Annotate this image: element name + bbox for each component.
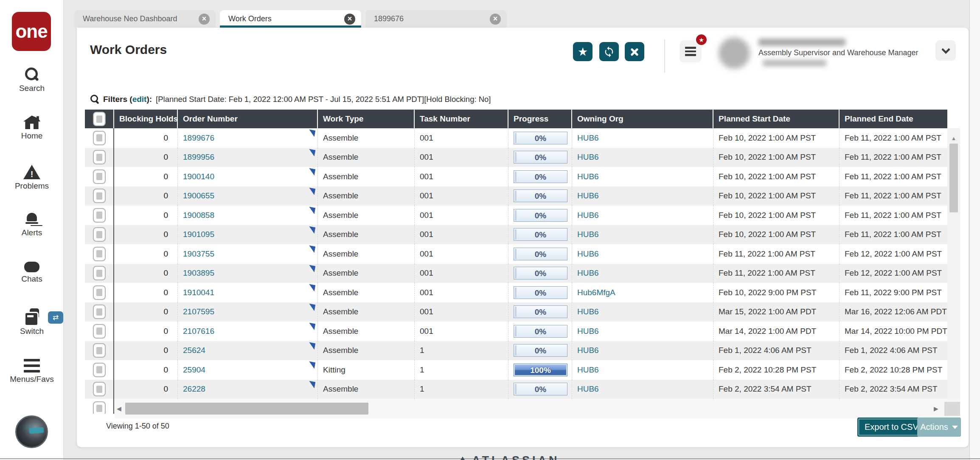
scroll-left-arrow-icon[interactable]: ◀: [117, 399, 121, 418]
owning-org-link[interactable]: HUB6: [577, 152, 599, 162]
user-menu-button[interactable]: [935, 40, 956, 61]
owning-org-link[interactable]: HUB6: [577, 172, 599, 181]
row-checkbox[interactable]: [85, 128, 114, 148]
order-number-link[interactable]: 1903755: [183, 249, 214, 259]
row-checkbox[interactable]: [85, 283, 114, 302]
column-header[interactable]: Task Number: [415, 110, 508, 128]
row-checkbox[interactable]: [85, 322, 114, 341]
order-number-link[interactable]: 25624: [183, 346, 205, 355]
table-row[interactable]: 0 1910041 Assemble 001 0% Hub6MfgA Feb 1…: [85, 283, 947, 302]
scroll-up-arrow-icon[interactable]: ▲: [947, 135, 960, 141]
sidebar-item-home[interactable]: Home: [0, 116, 64, 141]
vertical-scrollbar[interactable]: ▲ ▼: [947, 128, 960, 418]
owning-org-link[interactable]: Hub6MfgA: [577, 288, 615, 297]
row-checkbox[interactable]: [85, 186, 114, 206]
owning-org-link[interactable]: HUB6: [577, 133, 599, 143]
actions-button[interactable]: Actions: [917, 418, 961, 437]
context-menu-corner-icon[interactable]: [308, 168, 315, 175]
row-checkbox[interactable]: [85, 225, 114, 245]
user-profile-avatar[interactable]: [719, 37, 750, 69]
sidebar-item-chats[interactable]: Chats: [0, 262, 64, 284]
tab-warehouse-neo-dashboard[interactable]: Warehouse Neo Dashboard ×: [74, 10, 216, 28]
sidebar-item-search[interactable]: Search: [0, 67, 64, 93]
context-menu-corner-icon[interactable]: [308, 361, 315, 369]
order-number-link[interactable]: 1900858: [183, 211, 214, 220]
column-header[interactable]: Planned End Date: [840, 110, 947, 128]
context-menu-corner-icon[interactable]: [308, 149, 315, 156]
table-row[interactable]: 0 25624 Assemble 1 0% HUB6 Feb 1, 2022 4…: [85, 341, 947, 361]
column-header[interactable]: Planned Start Date: [713, 110, 840, 128]
close-panel-button[interactable]: [625, 42, 644, 61]
checkbox-icon[interactable]: [93, 131, 106, 145]
tab-1899676[interactable]: 1899676 ×: [365, 10, 507, 28]
table-row[interactable]: 0 26228 Assemble 1 0% HUB6 Feb 2, 2022 3…: [85, 380, 947, 399]
column-header[interactable]: Progress: [508, 110, 572, 128]
table-row[interactable]: 0 1900655 Assemble 001 0% HUB6 Feb 10, 2…: [85, 186, 947, 206]
context-menu-corner-icon[interactable]: [308, 323, 315, 330]
table-row[interactable]: 0 2107595 Assemble 001 0% HUB6 Mar 15, 2…: [85, 302, 947, 322]
checkbox-icon[interactable]: [93, 189, 106, 203]
owning-org-link[interactable]: HUB6: [577, 346, 599, 355]
sidebar-item-problems[interactable]: ! Problems: [0, 165, 64, 191]
table-row[interactable]: 0 1899676 Assemble 001 0% HUB6 Feb 10, 2…: [85, 128, 947, 148]
table-row[interactable]: 0 1903895 Assemble 001 0% HUB6 Feb 11, 2…: [85, 264, 947, 283]
context-menu-corner-icon[interactable]: [308, 342, 315, 349]
row-checkbox[interactable]: [85, 399, 114, 414]
order-number-link[interactable]: 1900140: [183, 172, 214, 181]
tab-work-orders[interactable]: Work Orders ×: [220, 10, 361, 28]
context-menu-corner-icon[interactable]: [308, 284, 315, 291]
order-number-link[interactable]: 1901095: [183, 230, 214, 239]
edit-filters-link[interactable]: edit: [132, 95, 147, 104]
checkbox-icon[interactable]: [93, 305, 106, 319]
horizontal-scrollbar-thumb[interactable]: [125, 403, 368, 415]
scroll-right-arrow-icon[interactable]: ▶: [934, 399, 938, 418]
order-number-link[interactable]: 2107616: [183, 327, 214, 336]
row-checkbox[interactable]: [85, 148, 114, 167]
checkbox-icon[interactable]: [93, 150, 106, 164]
checkbox-icon[interactable]: [93, 324, 106, 339]
context-menu-corner-icon[interactable]: [308, 381, 315, 388]
user-avatar[interactable]: [15, 415, 48, 448]
checkbox-icon[interactable]: [93, 285, 106, 300]
owning-org-link[interactable]: HUB6: [577, 365, 599, 375]
sidebar-item-menus-favs[interactable]: Menus/Favs: [0, 359, 64, 384]
table-row[interactable]: 0 1901095 Assemble 001 0% HUB6 Feb 10, 2…: [85, 225, 947, 245]
context-menu-corner-icon[interactable]: [308, 265, 315, 272]
row-checkbox[interactable]: [85, 264, 114, 283]
owning-org-link[interactable]: HUB6: [577, 268, 599, 278]
table-row[interactable]: 0 1899956 Assemble 001 0% HUB6 Feb 10, 2…: [85, 148, 947, 167]
checkbox-icon[interactable]: [93, 208, 106, 223]
order-number-link[interactable]: 1903895: [183, 268, 214, 278]
checkbox-icon[interactable]: [93, 343, 106, 358]
checkbox-icon[interactable]: [93, 227, 106, 242]
owning-org-link[interactable]: HUB6: [577, 211, 599, 220]
horizontal-scrollbar[interactable]: ◀ ▶: [115, 399, 960, 418]
table-row[interactable]: 0 2107616 Assemble 001 0% HUB6 Mar 14, 2…: [85, 322, 947, 341]
order-number-link[interactable]: 1910041: [183, 288, 214, 297]
row-checkbox[interactable]: [85, 341, 114, 361]
owning-org-link[interactable]: HUB6: [577, 384, 599, 394]
switch-shortcut-badge[interactable]: ⇄: [48, 311, 63, 324]
context-menu-corner-icon[interactable]: [308, 187, 315, 195]
refresh-button[interactable]: [599, 42, 619, 61]
checkbox-icon[interactable]: [93, 363, 106, 377]
column-header[interactable]: Owning Org: [572, 110, 713, 128]
checkbox-icon[interactable]: [93, 382, 106, 396]
table-row[interactable]: 0 1903755 Assemble 001 0% HUB6 Feb 11, 2…: [85, 244, 947, 264]
sidebar-item-alerts[interactable]: Alerts: [0, 212, 64, 237]
context-menu-corner-icon[interactable]: [308, 246, 315, 253]
context-menu-corner-icon[interactable]: [308, 130, 315, 137]
close-icon[interactable]: ×: [199, 14, 210, 25]
close-icon[interactable]: ×: [490, 14, 501, 25]
row-checkbox[interactable]: [85, 360, 114, 380]
order-number-link[interactable]: 1900655: [183, 191, 214, 200]
order-number-link[interactable]: 2107595: [183, 307, 214, 316]
owning-org-link[interactable]: HUB6: [577, 307, 599, 316]
owning-org-link[interactable]: HUB6: [577, 230, 599, 239]
row-checkbox[interactable]: [85, 380, 114, 399]
table-row[interactable]: 0 25904 Kitting 1 100% HUB6 Feb 2, 2022 …: [85, 360, 947, 380]
order-number-link[interactable]: 1899956: [183, 152, 214, 162]
table-row[interactable]: 0 1900140 Assemble 001 0% HUB6 Feb 10, 2…: [85, 167, 947, 186]
row-checkbox[interactable]: [85, 244, 114, 264]
checkbox-icon[interactable]: [93, 266, 106, 280]
